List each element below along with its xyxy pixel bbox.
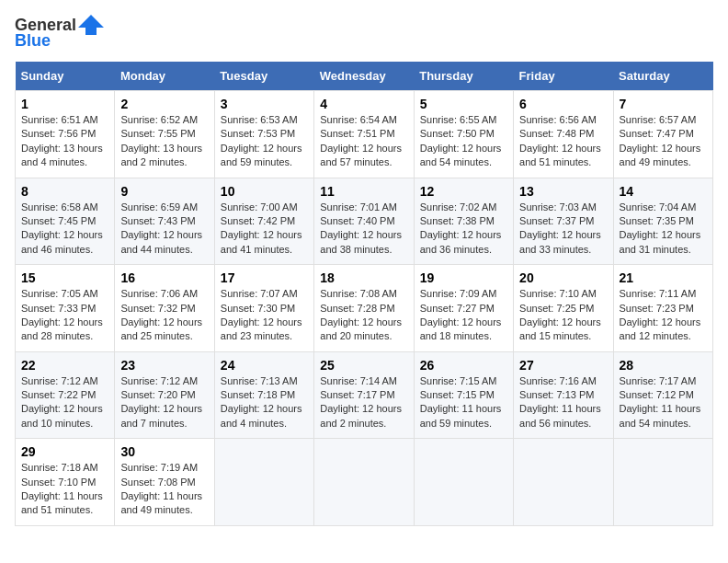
calendar-cell: 15 Sunrise: 7:05 AM Sunset: 7:33 PM Dayl… — [16, 265, 115, 352]
day-info: Sunrise: 7:03 AM Sunset: 7:37 PM Dayligh… — [519, 201, 607, 258]
calendar-cell: 18 Sunrise: 7:08 AM Sunset: 7:28 PM Dayl… — [314, 265, 414, 352]
calendar-cell — [314, 439, 414, 526]
calendar-cell — [514, 439, 613, 526]
day-number: 4 — [320, 97, 407, 111]
day-info: Sunrise: 7:04 AM Sunset: 7:35 PM Dayligh… — [620, 201, 707, 258]
calendar-cell: 19 Sunrise: 7:09 AM Sunset: 7:27 PM Dayl… — [414, 265, 513, 352]
day-info: Sunrise: 6:59 AM Sunset: 7:43 PM Dayligh… — [120, 201, 208, 258]
day-info: Sunrise: 7:12 AM Sunset: 7:22 PM Dayligh… — [21, 374, 108, 431]
day-number: 13 — [519, 184, 607, 199]
calendar-cell — [613, 439, 712, 526]
day-number: 10 — [221, 184, 308, 199]
calendar-cell: 21 Sunrise: 7:11 AM Sunset: 7:23 PM Dayl… — [613, 265, 712, 352]
day-number: 17 — [221, 270, 308, 285]
day-info: Sunrise: 7:19 AM Sunset: 7:08 PM Dayligh… — [120, 461, 208, 518]
day-number: 21 — [620, 270, 707, 285]
day-info: Sunrise: 7:13 AM Sunset: 7:18 PM Dayligh… — [221, 374, 308, 431]
calendar-cell: 4 Sunrise: 6:54 AM Sunset: 7:51 PM Dayli… — [314, 91, 414, 178]
calendar-cell: 11 Sunrise: 7:01 AM Sunset: 7:40 PM Dayl… — [314, 178, 414, 265]
day-number: 27 — [519, 358, 607, 373]
weekday-header: Friday — [514, 62, 613, 91]
weekday-header: Sunday — [16, 62, 115, 91]
day-info: Sunrise: 7:05 AM Sunset: 7:33 PM Dayligh… — [21, 287, 108, 344]
calendar-week-row: 29 Sunrise: 7:18 AM Sunset: 7:10 PM Dayl… — [16, 439, 713, 526]
day-number: 28 — [620, 358, 707, 373]
calendar-cell: 13 Sunrise: 7:03 AM Sunset: 7:37 PM Dayl… — [514, 178, 613, 265]
day-info: Sunrise: 7:09 AM Sunset: 7:27 PM Dayligh… — [420, 287, 507, 344]
weekday-header: Thursday — [414, 62, 513, 91]
day-info: Sunrise: 7:17 AM Sunset: 7:12 PM Dayligh… — [620, 374, 707, 431]
logo: General Blue — [15, 15, 104, 51]
calendar-week-row: 15 Sunrise: 7:05 AM Sunset: 7:33 PM Dayl… — [16, 265, 713, 352]
day-number: 14 — [620, 184, 707, 199]
calendar-cell: 30 Sunrise: 7:19 AM Sunset: 7:08 PM Dayl… — [115, 439, 214, 526]
calendar-cell: 23 Sunrise: 7:12 AM Sunset: 7:20 PM Dayl… — [115, 351, 214, 439]
calendar-cell: 9 Sunrise: 6:59 AM Sunset: 7:43 PM Dayli… — [115, 178, 214, 265]
day-number: 30 — [120, 444, 208, 459]
calendar-cell: 10 Sunrise: 7:00 AM Sunset: 7:42 PM Dayl… — [214, 178, 313, 265]
day-number: 12 — [420, 184, 507, 199]
day-number: 6 — [519, 97, 607, 111]
calendar-cell: 27 Sunrise: 7:16 AM Sunset: 7:13 PM Dayl… — [514, 351, 613, 439]
logo-arrow-icon — [78, 15, 104, 35]
day-info: Sunrise: 7:11 AM Sunset: 7:23 PM Dayligh… — [620, 287, 707, 344]
calendar-cell — [414, 439, 513, 526]
day-number: 15 — [21, 270, 108, 285]
logo-text-blue: Blue — [15, 31, 51, 51]
calendar-cell: 25 Sunrise: 7:14 AM Sunset: 7:17 PM Dayl… — [314, 351, 414, 439]
calendar-cell: 26 Sunrise: 7:15 AM Sunset: 7:15 PM Dayl… — [414, 351, 513, 439]
calendar-week-row: 8 Sunrise: 6:58 AM Sunset: 7:45 PM Dayli… — [16, 178, 713, 265]
day-info: Sunrise: 7:08 AM Sunset: 7:28 PM Dayligh… — [320, 287, 407, 344]
calendar-cell: 17 Sunrise: 7:07 AM Sunset: 7:30 PM Dayl… — [214, 265, 313, 352]
day-number: 20 — [519, 270, 607, 285]
day-number: 25 — [320, 358, 407, 373]
calendar-cell: 16 Sunrise: 7:06 AM Sunset: 7:32 PM Dayl… — [115, 265, 214, 352]
day-number: 3 — [221, 97, 308, 111]
calendar-cell — [214, 439, 313, 526]
day-number: 16 — [120, 270, 208, 285]
day-info: Sunrise: 6:53 AM Sunset: 7:53 PM Dayligh… — [221, 113, 308, 170]
calendar-cell: 6 Sunrise: 6:56 AM Sunset: 7:48 PM Dayli… — [514, 91, 613, 178]
day-number: 24 — [221, 358, 308, 373]
weekday-header: Tuesday — [214, 62, 313, 91]
weekday-header: Saturday — [613, 62, 712, 91]
day-info: Sunrise: 7:18 AM Sunset: 7:10 PM Dayligh… — [21, 461, 108, 518]
calendar-body: 1 Sunrise: 6:51 AM Sunset: 7:56 PM Dayli… — [16, 91, 713, 526]
day-info: Sunrise: 6:58 AM Sunset: 7:45 PM Dayligh… — [21, 201, 108, 258]
day-info: Sunrise: 6:55 AM Sunset: 7:50 PM Dayligh… — [420, 113, 507, 170]
calendar-cell: 20 Sunrise: 7:10 AM Sunset: 7:25 PM Dayl… — [514, 265, 613, 352]
day-info: Sunrise: 7:14 AM Sunset: 7:17 PM Dayligh… — [320, 374, 407, 431]
day-info: Sunrise: 7:07 AM Sunset: 7:30 PM Dayligh… — [221, 287, 308, 344]
header: General Blue — [15, 15, 713, 51]
calendar-cell: 29 Sunrise: 7:18 AM Sunset: 7:10 PM Dayl… — [16, 439, 115, 526]
calendar-week-row: 1 Sunrise: 6:51 AM Sunset: 7:56 PM Dayli… — [16, 91, 713, 178]
day-info: Sunrise: 7:12 AM Sunset: 7:20 PM Dayligh… — [120, 374, 208, 431]
calendar-cell: 5 Sunrise: 6:55 AM Sunset: 7:50 PM Dayli… — [414, 91, 513, 178]
day-info: Sunrise: 7:10 AM Sunset: 7:25 PM Dayligh… — [519, 287, 607, 344]
day-number: 22 — [21, 358, 108, 373]
day-number: 19 — [420, 270, 507, 285]
day-info: Sunrise: 7:15 AM Sunset: 7:15 PM Dayligh… — [420, 374, 507, 431]
calendar-cell: 22 Sunrise: 7:12 AM Sunset: 7:22 PM Dayl… — [16, 351, 115, 439]
calendar-cell: 1 Sunrise: 6:51 AM Sunset: 7:56 PM Dayli… — [16, 91, 115, 178]
day-number: 1 — [21, 97, 108, 111]
day-number: 2 — [120, 97, 208, 111]
calendar-cell: 8 Sunrise: 6:58 AM Sunset: 7:45 PM Dayli… — [16, 178, 115, 265]
day-info: Sunrise: 7:16 AM Sunset: 7:13 PM Dayligh… — [519, 374, 607, 431]
day-number: 11 — [320, 184, 407, 199]
day-info: Sunrise: 6:57 AM Sunset: 7:47 PM Dayligh… — [620, 113, 707, 170]
calendar-cell: 2 Sunrise: 6:52 AM Sunset: 7:55 PM Dayli… — [115, 91, 214, 178]
day-number: 8 — [21, 184, 108, 199]
day-info: Sunrise: 7:01 AM Sunset: 7:40 PM Dayligh… — [320, 201, 407, 258]
day-number: 18 — [320, 270, 407, 285]
calendar-table: SundayMondayTuesdayWednesdayThursdayFrid… — [15, 62, 713, 526]
day-info: Sunrise: 6:52 AM Sunset: 7:55 PM Dayligh… — [120, 113, 208, 170]
day-number: 29 — [21, 444, 108, 459]
day-number: 5 — [420, 97, 507, 111]
day-info: Sunrise: 6:56 AM Sunset: 7:48 PM Dayligh… — [519, 113, 607, 170]
day-info: Sunrise: 7:00 AM Sunset: 7:42 PM Dayligh… — [221, 201, 308, 258]
logo-container: General Blue — [15, 15, 104, 51]
day-number: 23 — [120, 358, 208, 373]
day-number: 9 — [120, 184, 208, 199]
day-info: Sunrise: 7:06 AM Sunset: 7:32 PM Dayligh… — [120, 287, 208, 344]
